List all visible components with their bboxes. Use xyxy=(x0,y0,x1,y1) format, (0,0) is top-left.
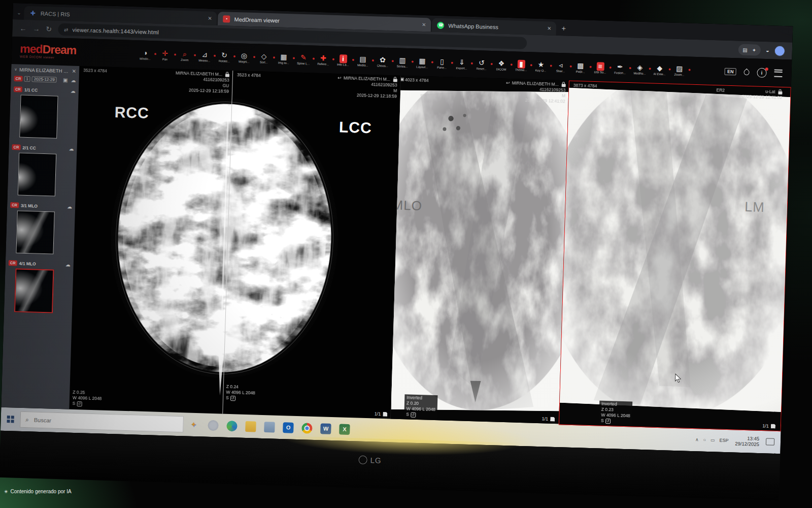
toolbar-tool-button[interactable]: ✎ Spine L... xyxy=(295,53,313,65)
cloud-download-icon[interactable]: ☁ xyxy=(65,262,71,267)
viewport-rcc[interactable]: 3523 x 4784 MIRNA ELIZABETH M... 4116210… xyxy=(69,66,233,414)
taskbar-app-icon[interactable] xyxy=(264,422,275,433)
toolbar-tool-button[interactable]: ⊿ Measu... xyxy=(196,50,214,62)
tool-label: Img to... xyxy=(278,61,289,65)
tool-label: Series... xyxy=(397,65,408,68)
copilot-icon[interactable]: ✦ xyxy=(190,420,197,429)
extension-icon[interactable]: ◒ xyxy=(766,47,769,53)
series-item[interactable]: CR 1/1 CC ☁ xyxy=(9,84,79,144)
taskbar-app-icon[interactable]: W xyxy=(320,423,331,434)
toolbar-tool-button[interactable]: ▮ Theme... xyxy=(512,59,530,72)
tool-icon: ✿ xyxy=(380,55,386,64)
notification-center-icon[interactable] xyxy=(766,438,774,445)
tab-close-icon[interactable]: ✕ xyxy=(208,15,212,21)
tool-icon: ✒ xyxy=(617,62,623,71)
reset-view-icon[interactable]: ↺ xyxy=(605,418,611,423)
language-selector[interactable]: EN xyxy=(725,68,736,76)
profile-avatar[interactable] xyxy=(774,45,786,56)
series-item[interactable]: CR 3/1 MLO ☁ xyxy=(6,200,75,260)
toolbar-tool-button[interactable]: ▤ Media... xyxy=(354,54,372,67)
tool-label: AI Exte... xyxy=(653,72,666,76)
tool-icon: ◑ xyxy=(143,48,148,57)
tab-close-icon[interactable]: ✕ xyxy=(547,25,552,31)
taskbar-app-icon[interactable]: O xyxy=(283,422,294,433)
viewport-lcc[interactable]: 3523 x 4784 MIRNA ELIZABETH M... 4116210… xyxy=(223,71,401,419)
viewport-rmlo[interactable]: 4023 x 4784 ▣ MIRNA ELIZABETH M... 41162… xyxy=(391,76,569,424)
close-study-icon[interactable]: ✕ xyxy=(72,68,77,74)
toolbar-tool-button[interactable]: ✛ Pan xyxy=(156,49,174,61)
toolbar-tool-button[interactable]: ◆ AI Exte... xyxy=(651,64,668,76)
tab-close-icon[interactable]: ✕ xyxy=(422,22,426,27)
series-thumbnail[interactable] xyxy=(16,210,54,254)
site-info-icon[interactable]: ⇄ xyxy=(64,26,69,32)
toolbar-tool-button[interactable]: ↻ Rotate... xyxy=(216,50,233,62)
reset-view-icon[interactable]: ↺ xyxy=(411,412,416,417)
reload-icon[interactable]: ↻ xyxy=(46,25,52,33)
extension-icon[interactable]: ▤ xyxy=(742,47,748,52)
toolbar-tool-button[interactable]: ◈ MedRe... xyxy=(631,63,649,75)
zoom-wl-overlay: Z 0.24 W 4096 L 2048 S↺ xyxy=(226,384,255,402)
compare-icon[interactable]: ▣ xyxy=(63,77,68,83)
save-icon[interactable] xyxy=(550,417,555,421)
tray-status-icon[interactable]: ▭ xyxy=(710,437,715,442)
toolbar-tool-button[interactable]: ▥ Series... xyxy=(394,56,412,68)
clock[interactable]: 13:45 29/12/2025 xyxy=(735,435,759,447)
toolbar-tool-button[interactable]: ✒ Fusion... xyxy=(611,62,629,75)
cloud-download-icon[interactable]: ☁ xyxy=(71,88,76,93)
toolbar-tool-button[interactable]: ▯ Pane... xyxy=(433,57,451,69)
info-icon[interactable]: i xyxy=(757,68,767,78)
series-item[interactable]: CR 2/1 CC ☁ xyxy=(7,142,77,202)
keyboard-language[interactable]: ESP xyxy=(719,438,728,443)
extensions-pill[interactable]: ▤ ✦ xyxy=(738,44,761,55)
reset-view-icon[interactable]: ↺ xyxy=(77,401,82,406)
tray-chevron-icon[interactable]: ∧ xyxy=(695,437,699,442)
toolbar-tool-button[interactable]: ▩ PaBi... xyxy=(571,61,589,73)
cloud-download-icon[interactable]: ☁ xyxy=(67,204,72,209)
toolbar-tool-button[interactable]: ◇ Sort... xyxy=(255,52,273,64)
taskbar-app-icon[interactable] xyxy=(208,420,219,431)
series-thumbnail[interactable] xyxy=(18,152,56,196)
collapse-chevron-icon[interactable]: ∨ xyxy=(14,67,17,72)
new-tab-button[interactable]: + xyxy=(561,24,566,33)
toolbar-tool-button[interactable]: ▨ Zoom... xyxy=(670,64,688,76)
toolbar-tool-button[interactable]: ◑ Windo... xyxy=(137,48,154,60)
toolbar-tool-button[interactable]: ▦ Img to... xyxy=(275,52,293,65)
forward-icon[interactable]: → xyxy=(32,24,40,33)
toolbar-tool-button[interactable]: ❖ DICOM xyxy=(492,59,510,71)
toolbar-tool-button[interactable]: ★ Key O... xyxy=(532,60,550,72)
toolbar-tool-button[interactable]: i Info La... xyxy=(334,54,352,66)
save-icon[interactable] xyxy=(771,424,775,428)
search-input[interactable] xyxy=(33,417,178,428)
toolbar-tool-button[interactable]: ⌕ Zoom xyxy=(176,49,194,61)
tray-status-icon[interactable]: ○ xyxy=(703,437,706,442)
tool-label: Windo... xyxy=(140,57,151,60)
taskbar-app-icon[interactable]: X xyxy=(339,424,350,435)
series-thumbnail[interactable] xyxy=(14,268,54,313)
taskbar-search[interactable]: ⌕ xyxy=(20,411,184,433)
series-item[interactable]: CR 4/1 MLO ☁ xyxy=(4,258,74,319)
toolbar-tool-button[interactable]: ✿ Choos... xyxy=(374,55,392,68)
cloud-download-icon[interactable]: ☁ xyxy=(71,77,76,83)
toolbar-tool-button[interactable]: ↺ Reset... xyxy=(472,58,490,70)
menu-icon[interactable] xyxy=(774,69,782,77)
save-icon[interactable] xyxy=(383,411,387,416)
toolbar-tool-button[interactable]: ◃ Shar... xyxy=(552,60,569,73)
toolbar-tool-button[interactable]: ⇓ Export... xyxy=(453,57,471,70)
toolbar-tool-button[interactable]: ≡ DSI So... xyxy=(591,61,609,74)
reset-view-icon[interactable]: ↺ xyxy=(230,396,235,401)
tab-title: MedDream viewer xyxy=(234,16,418,27)
tab-search-icon[interactable]: ⌄ xyxy=(17,10,21,15)
series-thumbnail[interactable] xyxy=(19,95,58,139)
taskbar-app-icon[interactable] xyxy=(301,423,313,434)
theme-droplet-icon[interactable] xyxy=(742,68,751,76)
taskbar-app-icon[interactable] xyxy=(226,420,238,431)
cloud-download-icon[interactable]: ☁ xyxy=(69,146,74,151)
toolbar-tool-button[interactable]: ◎ Magni... xyxy=(235,51,253,64)
toolbar-tool-button[interactable]: ▦ Layout... xyxy=(414,56,431,69)
taskbar-app-icon[interactable] xyxy=(245,421,256,432)
viewport-lm-selected[interactable]: 3873 x 4784 ER2 u-Lat 2025-12-29 12:41:0… xyxy=(559,81,791,432)
back-icon[interactable]: ← xyxy=(19,24,26,32)
start-button[interactable] xyxy=(7,416,14,423)
extension-icon[interactable]: ✦ xyxy=(752,47,757,53)
toolbar-tool-button[interactable]: ✚ Refere... xyxy=(315,53,332,66)
